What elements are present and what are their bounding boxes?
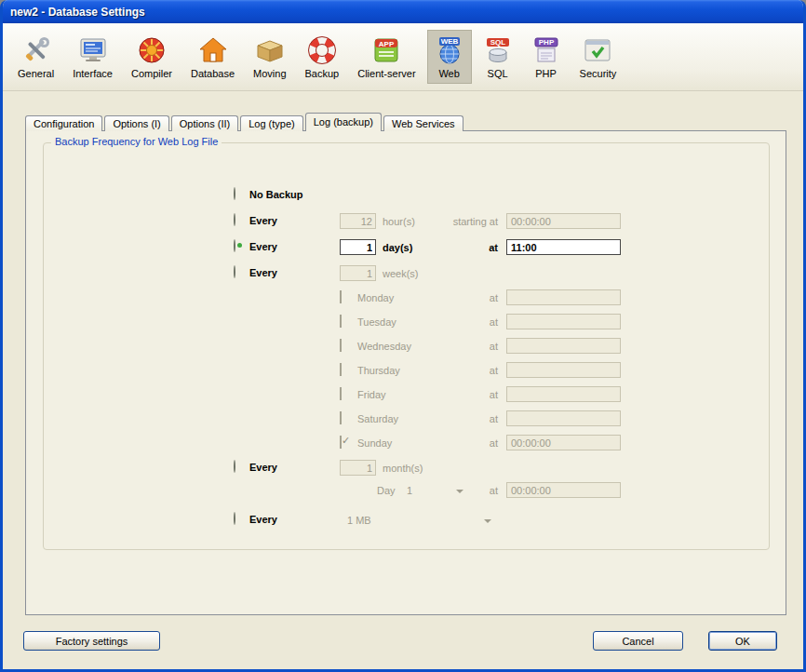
tab-options-2[interactable]: Options (II) [171,115,238,131]
tuesday-at-label: at [407,316,498,328]
month-day-label: Day [377,485,396,496]
sunday-at-label: at [407,437,498,449]
tab-web-services[interactable]: Web Services [383,115,463,131]
tuesday-checkbox [340,315,342,328]
toolbar-item-label: Security [580,68,617,79]
monthly-radio[interactable] [234,460,235,473]
hourly-start-time-field [506,213,621,229]
monthly-at-label: at [407,485,498,496]
no-backup-label: No Backup [249,189,302,200]
toolbar: General Interface [3,23,803,91]
web-globe-icon: WEB [435,35,464,65]
wednesday-checkbox [340,339,342,352]
client-server-app-icon: APP [371,35,401,65]
window-title: new2 - Database Settings [10,6,145,19]
weekday-row-sunday: Sunday at [44,434,769,452]
monthly-unit-label: month(s) [383,463,423,474]
toolbar-item-backup[interactable]: Backup [298,30,347,84]
size-select-value: 1 MB [347,515,371,526]
toolbar-item-security[interactable]: Security [572,30,625,84]
database-home-icon [198,35,228,65]
wednesday-label: Wednesday [357,341,411,352]
toolbar-item-label: Moving [253,68,286,79]
no-backup-radio[interactable] [234,187,235,200]
svg-text:APP: APP [379,40,395,48]
hourly-starting-at-label: starting at [407,216,498,227]
toolbar-item-interface[interactable]: Interface [65,30,120,84]
toolbar-item-label: Compiler [131,68,172,79]
tab-log-type[interactable]: Log (type) [240,115,303,131]
toolbar-item-php[interactable]: PHP PHP [524,30,569,84]
ok-button[interactable]: OK [708,631,777,651]
saturday-time-field [506,410,621,426]
sunday-label: Sunday [357,437,392,449]
backup-lifebuoy-icon [307,35,337,65]
wednesday-time-field [506,338,621,354]
weekday-row-wednesday: Wednesday at [44,337,769,356]
tab-log-backup[interactable]: Log (backup) [305,113,382,131]
saturday-at-label: at [407,413,498,424]
tab-configuration[interactable]: Configuration [25,115,102,131]
security-check-icon [583,35,612,65]
weekday-row-thursday: Thursday at [44,361,769,380]
thursday-at-label: at [407,365,498,376]
toolbar-item-web[interactable]: WEB Web [427,30,472,84]
size-select-arrow-icon [484,519,491,523]
weekday-row-monday: Monday at [44,289,769,307]
wednesday-at-label: at [407,341,498,352]
daily-at-label: at [407,242,498,253]
size-every-label: Every [249,514,277,525]
toolbar-item-label: SQL [488,68,508,79]
hourly-radio[interactable] [234,213,235,226]
toolbar-item-label: Interface [73,68,113,79]
sql-database-icon: SQL [483,35,513,65]
tuesday-label: Tuesday [357,316,396,328]
toolbar-item-sql[interactable]: SQL SQL [476,30,520,84]
cancel-button[interactable]: Cancel [593,631,683,651]
weekly-value-field [340,265,376,281]
tab-options-1[interactable]: Options (I) [104,115,168,131]
friday-checkbox [340,387,342,400]
toolbar-item-label: General [18,68,54,79]
daily-time-field[interactable] [506,239,621,255]
size-radio[interactable] [234,512,235,525]
toolbar-item-moving[interactable]: Moving [246,30,293,84]
tab-bar: Configuration Options (I) Options (II) L… [25,113,465,131]
toolbar-item-client-server[interactable]: APP Client-server [350,30,423,84]
no-backup-row: No Backup [44,186,769,205]
daily-every-label: Every [249,241,277,252]
weekday-row-tuesday: Tuesday at [44,313,769,331]
monday-at-label: at [407,292,498,303]
titlebar[interactable]: new2 - Database Settings [3,0,803,23]
size-row: Every 1 MB [44,511,769,530]
saturday-label: Saturday [357,413,398,424]
sunday-checkbox [340,436,342,449]
hourly-every-label: Every [249,215,277,226]
weekday-row-friday: Friday at [44,385,769,404]
monthly-row: Every month(s) [44,459,769,477]
database-settings-dialog: new2 - Database Settings General [0,0,806,672]
daily-value-field[interactable] [340,239,376,255]
svg-text:PHP: PHP [538,38,554,47]
weekday-row-saturday: Saturday at [44,410,769,428]
sunday-time-field [506,435,621,450]
toolbar-item-database[interactable]: Database [183,30,242,84]
weekly-row: Every week(s) [44,264,769,283]
weekly-radio[interactable] [234,265,235,278]
log-backup-panel: Backup Frequency for Web Log File No Bac… [25,130,786,615]
php-icon: PHP [531,35,561,65]
toolbar-item-compiler[interactable]: Compiler [124,30,180,84]
thursday-label: Thursday [357,365,400,376]
dialog-body: General Interface [3,23,803,669]
svg-text:SQL: SQL [490,38,505,47]
monday-time-field [506,289,621,305]
weekly-every-label: Every [249,267,277,278]
monday-checkbox [340,290,342,303]
hourly-row: Every hour(s) starting at [44,212,769,231]
toolbar-item-general[interactable]: General [10,30,61,84]
toolbar-item-label: Web [438,68,459,79]
daily-radio[interactable] [234,239,235,252]
factory-settings-button[interactable]: Factory settings [23,631,160,651]
interface-monitor-icon [78,35,108,65]
general-tools-icon [21,35,51,65]
